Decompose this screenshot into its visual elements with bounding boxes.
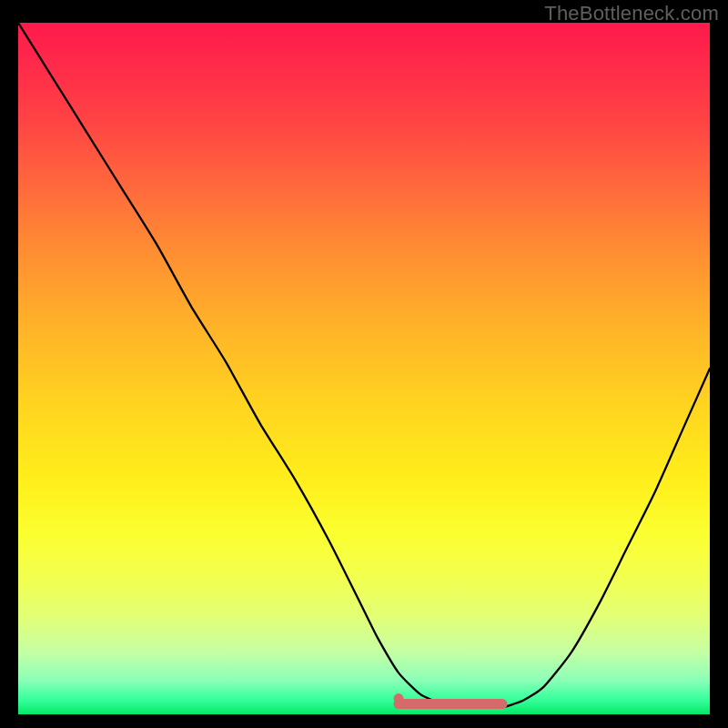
optimal-range-dot [394,693,404,703]
plot-area [18,23,710,714]
chart-overlay [18,23,710,714]
chart-frame: TheBottleneck.com [0,0,728,728]
bottleneck-curve [18,23,710,708]
